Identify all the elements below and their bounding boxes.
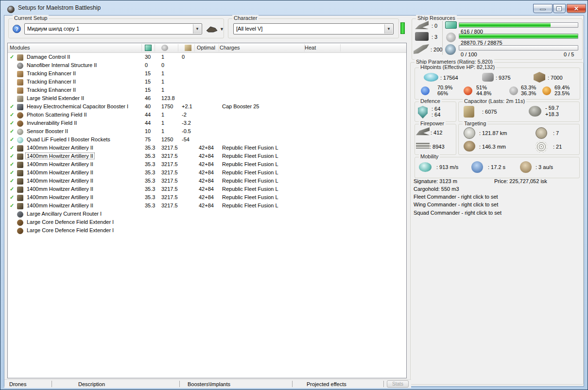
cpu-column-icon[interactable] [145, 45, 152, 51]
artillery-icon [17, 170, 23, 176]
module-row[interactable]: ✓Quad LiF Fueled I Booster Rockets751250… [8, 136, 406, 144]
current-setup-group: Current Setup ? Мидиум шилд copy 1 ▼ ▼ [8, 18, 224, 38]
capacitor-group: Capacitor (Lasts: 2m 11s) : 6075 - 59.7 … [458, 102, 580, 122]
current-setup-label: Current Setup [13, 15, 49, 21]
module-row[interactable]: Tracking Enhancer II151 [8, 70, 406, 78]
module-row[interactable]: ✓1400mm Howitzer Artillery II35.33217.54… [8, 202, 406, 210]
warp-speed-icon [520, 161, 532, 173]
fleet-commander-slot[interactable]: Fleet Commander - right click to set [414, 194, 498, 200]
module-pg: 1750 [161, 103, 173, 109]
minimize-button[interactable] [533, 4, 553, 13]
wing-commander-slot[interactable]: Wing Commander - right click to set [414, 202, 498, 207]
artillery-icon [17, 153, 23, 160]
charges-column-header[interactable]: Charges [220, 45, 240, 51]
module-pg: 123.8 [161, 95, 175, 101]
module-row[interactable]: ✓Damage Control II3010 [8, 53, 406, 62]
module-charges: Cap Booster 25 [222, 103, 259, 109]
help-icon[interactable]: ? [13, 25, 21, 33]
heat-column-header[interactable]: Heat [305, 45, 316, 51]
modules-column-header[interactable]: Modules [10, 45, 30, 51]
modules-rows: ✓Damage Control II3010Nanofiber Internal… [8, 53, 406, 378]
capacitor-column-icon[interactable] [185, 45, 191, 51]
module-name: Tracking Enhancer II [26, 79, 77, 85]
module-charges: Republic Fleet Fusion L [222, 194, 278, 200]
calibration-icon [414, 44, 429, 54]
title-bar[interactable]: Setups for Maelstrom Battleship ✕ [0, 0, 588, 15]
module-row[interactable]: ✓Invulnerability Field II441-3.2 [8, 119, 406, 128]
thermal-resist-icon [464, 86, 472, 95]
module-row[interactable]: ✓1400mm Howitzer Artillery II35.33217.54… [8, 169, 406, 177]
modules-header[interactable]: Modules Optimal Charges Heat [8, 43, 406, 53]
targeting-group: Targeting : 121.87 km : 146.3 mm : 7 : 2… [458, 124, 580, 155]
export-ship-icon[interactable] [206, 25, 218, 34]
capacitor-drain: - 59.7 [545, 105, 559, 111]
module-name: Heavy Electrochemical Capacitor Booster … [26, 103, 129, 109]
module-row[interactable]: ✓1400mm Howitzer Artillery II35.33217.54… [8, 177, 406, 186]
module-row[interactable]: ✓Sensor Booster II101-0.5 [8, 128, 406, 136]
explosive-shield-resist: 69.4% [554, 85, 570, 90]
module-row[interactable]: ✓Heavy Electrochemical Capacitor Booster… [8, 103, 406, 111]
close-button[interactable]: ✕ [567, 4, 586, 13]
module-optimal: 42+84 [199, 161, 214, 167]
close-icon: ✕ [567, 5, 586, 12]
max-targets-icon [536, 127, 547, 139]
artillery-icon [17, 195, 23, 201]
stats-button[interactable]: Stats [387, 380, 409, 388]
module-pg: 1 [161, 87, 164, 93]
module-row[interactable]: ✓1400mm Howitzer Artillery II35.33217.54… [8, 186, 406, 194]
module-row[interactable]: Tracking Enhancer II151 [8, 78, 406, 86]
module-pg: 1250 [161, 136, 173, 142]
module-cap: -2 [182, 112, 187, 118]
tab-drones[interactable]: Drones [9, 381, 26, 387]
module-row[interactable]: Nanofiber Internal Structure II00 [8, 62, 406, 70]
module-cpu: 75 [145, 136, 151, 142]
tab-description[interactable]: Description [78, 381, 105, 387]
module-name: Nanofiber Internal Structure II [26, 62, 98, 68]
module-row[interactable]: Large Core Defence Field Extender I [8, 227, 406, 235]
maximize-icon [557, 7, 561, 11]
module-row[interactable]: ✓1400mm Howitzer Artillery II35.33217.54… [8, 144, 406, 153]
module-name: 1400mm Howitzer Artillery II [26, 203, 94, 208]
powergrid-column-icon[interactable] [161, 45, 168, 51]
launcher-hardpoint-icon [415, 32, 429, 41]
powergrid-icon [446, 33, 456, 42]
defence-value-1: : 64 [432, 106, 440, 112]
optimal-column-header[interactable]: Optimal [197, 45, 215, 51]
tracking-enhancer-icon [17, 79, 23, 85]
bottom-panel-bar: Drones Description Boosters\Implants Pro… [4, 379, 411, 388]
maximize-button[interactable] [553, 4, 566, 13]
module-name: Invulnerability Field II [26, 120, 78, 126]
module-row[interactable]: ✓Photon Scattering Field II441-2 [8, 111, 406, 119]
module-row[interactable]: Tracking Enhancer II151 [8, 86, 406, 95]
module-cpu: 46 [145, 95, 151, 101]
module-row[interactable]: Large Shield Extender II46123.8 [8, 95, 406, 103]
tab-projected-effects[interactable]: Projected effects [307, 381, 346, 387]
character-value: [All level V] [236, 26, 262, 32]
module-row[interactable]: ✓1400mm Howitzer Artillery II35.33217.54… [8, 194, 406, 202]
app-icon [7, 6, 15, 13]
character-label: Character [232, 15, 259, 21]
explosive-resist-icon [542, 86, 551, 95]
export-menu-caret-icon[interactable]: ▼ [220, 27, 224, 32]
module-row[interactable]: ✓1400mm Howitzer Artillery II35.33217.54… [8, 161, 406, 169]
active-check-icon: ✓ [10, 103, 14, 110]
squad-commander-slot[interactable]: Squad Commander - right click to set [414, 210, 502, 216]
explosive-armor-resist: 23.5% [554, 90, 570, 96]
current-setup-select[interactable]: Мидиум шилд copy 1 ▼ [24, 23, 202, 34]
targeting-title: Targeting [463, 120, 487, 126]
chevron-down-icon: ▼ [193, 24, 201, 34]
artillery-icon [17, 203, 23, 209]
active-check-icon: ✓ [10, 153, 14, 159]
module-cap: 0 [182, 54, 185, 60]
module-name: 1400mm Howitzer Artillery II [26, 161, 94, 167]
module-optimal: 42+84 [199, 153, 214, 159]
tab-boosters-implants[interactable]: Boosters\Implants [188, 381, 230, 387]
turret-hardpoints-value: : 0 [432, 23, 437, 29]
active-check-icon: ✓ [10, 194, 14, 201]
module-row[interactable]: Large Ancillary Current Router I [8, 210, 406, 219]
active-check-icon: ✓ [10, 120, 14, 126]
character-select[interactable]: [All level V] ▼ [233, 23, 394, 34]
module-cpu: 15 [145, 87, 151, 93]
module-row[interactable]: ✓1400mm Howitzer Artillery II35.33217.54… [8, 153, 406, 161]
module-row[interactable]: Large Core Defence Field Extender I [8, 219, 406, 227]
